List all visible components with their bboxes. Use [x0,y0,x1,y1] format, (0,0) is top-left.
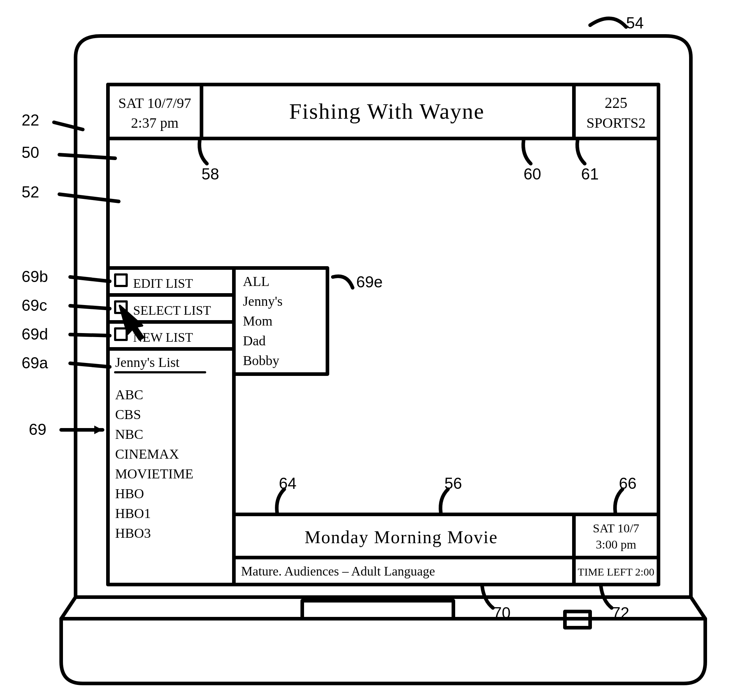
ref-69b: 69b [22,268,48,285]
ref-69d: 69d [22,325,48,343]
svg-rect-11 [115,275,127,286]
profile-item[interactable]: Dad [243,333,265,348]
header-time: 2:37 pm [131,115,178,131]
ref-69a: 69a [22,354,48,372]
header-datetime: SAT 10/7/97 [118,95,191,111]
list-item[interactable]: HBO3 [115,525,151,541]
ref-70: 70 [493,604,511,622]
profile-item[interactable]: Bobby [243,353,279,368]
list-title: Jenny's List [115,355,180,370]
profile-item[interactable]: Jenny's [243,294,283,309]
ref-69: 69 [29,421,46,438]
list-item[interactable]: CINEMAX [115,446,179,462]
header-title: Fishing With Wayne [289,99,485,124]
list-item[interactable]: HBO1 [115,506,151,521]
menu-edit-list[interactable]: EDIT LIST [133,276,193,291]
profile-item[interactable]: ALL [243,274,270,289]
header-channel-number: 225 [605,95,628,111]
svg-rect-16 [302,601,454,619]
list-item[interactable]: MOVIETIME [115,466,193,481]
ref-69e: 69e [356,274,383,291]
ref-56: 56 [444,475,462,492]
footer-next-time: 3:00 pm [596,538,636,551]
profile-item[interactable]: Mom [243,313,273,328]
ref-54: 54 [626,15,644,32]
list-item[interactable]: ABC [115,387,143,402]
svg-rect-13 [115,328,127,340]
ref-52: 52 [22,184,39,201]
header-channel-name: SPORTS2 [586,115,645,131]
list-item[interactable]: CBS [115,407,141,422]
ref-72: 72 [612,604,629,622]
menu-new-list[interactable]: NEW LIST [133,330,193,345]
menu-select-list[interactable]: SELECT LIST [133,303,211,318]
footer-time-left: TIME LEFT 2:00 [578,566,654,578]
ref-50: 50 [22,144,39,161]
footer-program-title: Monday Morning Movie [304,527,498,547]
ref-64: 64 [279,475,296,492]
list-item[interactable]: HBO [115,486,144,501]
ref-66: 66 [619,475,636,492]
ref-69c: 69c [22,297,47,314]
ref-58: 58 [202,165,219,183]
ref-60: 60 [524,165,541,183]
patent-figure: SAT 10/7/97 2:37 pm Fishing With Wayne 2… [0,0,738,700]
list-item[interactable]: NBC [115,426,143,442]
footer-next-date: SAT 10/7 [593,522,639,535]
ref-61: 61 [581,165,599,183]
footer-rating: Mature. Audiences – Adult Language [241,564,435,578]
ref-22: 22 [22,112,39,129]
